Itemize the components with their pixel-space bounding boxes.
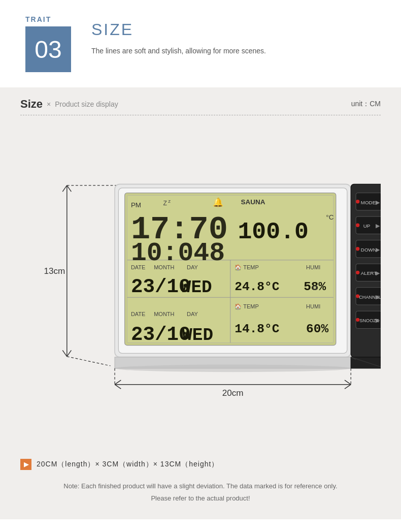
svg-text:Z: Z xyxy=(163,200,168,207)
svg-point-70 xyxy=(115,364,351,372)
svg-text:▶: ▶ xyxy=(376,317,380,323)
size-x-symbol: × xyxy=(47,100,51,108)
svg-line-2 xyxy=(67,185,72,192)
top-section: TRAIT 03 SIZE The lines are soft and sty… xyxy=(0,0,401,87)
width-label: 20cm xyxy=(222,388,244,398)
notes-section: ▶ 20CM（length）× 3CM（width）× 13CM（height）… xyxy=(0,454,401,519)
note-text: Note: Each finished product will have a … xyxy=(20,480,381,504)
size-content: SIZE The lines are soft and stylish, all… xyxy=(91,15,266,56)
svg-text:MODE: MODE xyxy=(361,200,376,205)
svg-point-49 xyxy=(356,224,359,227)
svg-text:z: z xyxy=(168,198,171,204)
svg-text:🔔: 🔔 xyxy=(213,197,224,208)
svg-text:HUMI: HUMI xyxy=(306,264,320,270)
svg-text:🏠 TEMP: 🏠 TEMP xyxy=(235,264,258,271)
size-description: The lines are soft and stylish, allowing… xyxy=(91,45,266,56)
size-display-section: Size × Product size display unit：CM 13cm xyxy=(0,87,401,454)
svg-line-3 xyxy=(62,350,67,356)
trait-number-box: 03 xyxy=(25,26,71,72)
trait-block: TRAIT 03 xyxy=(25,15,71,72)
size-header: Size × Product size display unit：CM xyxy=(20,98,381,111)
svg-text:10:048: 10:048 xyxy=(131,238,225,268)
note-line1: Note: Each finished product will have a … xyxy=(20,480,381,492)
svg-text:DATE: DATE xyxy=(131,264,146,270)
trait-number: 03 xyxy=(35,36,61,64)
svg-text:WED: WED xyxy=(182,325,213,345)
svg-text:100.0: 100.0 xyxy=(238,218,309,245)
svg-text:60%: 60% xyxy=(306,322,328,336)
svg-line-6 xyxy=(67,357,111,366)
svg-line-74 xyxy=(345,380,351,385)
size-title: SIZE xyxy=(91,20,266,39)
svg-text:▶: ▶ xyxy=(376,223,380,229)
size-x-label: Size xyxy=(20,98,43,111)
svg-text:MONTH: MONTH xyxy=(154,311,174,317)
svg-line-4 xyxy=(67,350,72,356)
badge-icon: ▶ xyxy=(24,461,28,468)
svg-line-72 xyxy=(115,380,121,385)
svg-point-57 xyxy=(356,271,359,274)
svg-text:SAUNA: SAUNA xyxy=(241,198,265,206)
dimension-text: 20CM（length）× 3CM（width）× 13CM（height） xyxy=(37,460,219,469)
svg-text:DATE: DATE xyxy=(131,311,146,317)
product-illustration: 13cm 17:70 10:048 PM Z xyxy=(20,136,381,403)
svg-point-65 xyxy=(356,318,359,322)
svg-text:°C: °C xyxy=(326,213,333,221)
svg-text:DAY: DAY xyxy=(187,311,198,317)
trait-label: TRAIT xyxy=(25,15,51,23)
svg-text:ALERT: ALERT xyxy=(361,270,377,276)
dotted-divider xyxy=(20,115,381,115)
svg-line-75 xyxy=(345,385,351,389)
size-unit: unit：CM xyxy=(351,100,381,109)
svg-text:▶: ▶ xyxy=(376,199,380,205)
dimension-info: ▶ 20CM（length）× 3CM（width）× 13CM（height） xyxy=(20,459,381,470)
svg-text:▶: ▶ xyxy=(376,246,380,253)
svg-text:▶: ▶ xyxy=(376,270,380,276)
svg-line-1 xyxy=(62,185,67,192)
svg-text:HUMI: HUMI xyxy=(306,303,320,309)
size-header-left: Size × Product size display xyxy=(20,98,118,111)
dimension-badge: ▶ xyxy=(20,459,31,470)
svg-text:☺: ☺ xyxy=(311,284,319,292)
svg-text:14.8°C: 14.8°C xyxy=(235,322,279,336)
svg-text:MONTH: MONTH xyxy=(154,264,174,270)
svg-point-53 xyxy=(356,247,359,251)
svg-text:24.8°C: 24.8°C xyxy=(235,280,279,294)
svg-text:DAY: DAY xyxy=(187,264,198,270)
svg-text:🏠 TEMP: 🏠 TEMP xyxy=(235,303,258,310)
svg-text:WED: WED xyxy=(181,277,212,297)
size-product-display-text: Product size display xyxy=(55,100,118,108)
svg-line-73 xyxy=(115,385,121,389)
svg-text:▶: ▶ xyxy=(376,294,380,300)
height-label: 13cm xyxy=(44,266,65,276)
note-line2: Please refer to the actual product! xyxy=(20,492,381,504)
svg-text:PM: PM xyxy=(131,201,141,209)
svg-text:UP: UP xyxy=(363,223,371,229)
svg-point-45 xyxy=(356,200,359,203)
product-area: 13cm 17:70 10:048 PM Z xyxy=(20,126,381,433)
svg-text:DOWN: DOWN xyxy=(361,247,377,253)
